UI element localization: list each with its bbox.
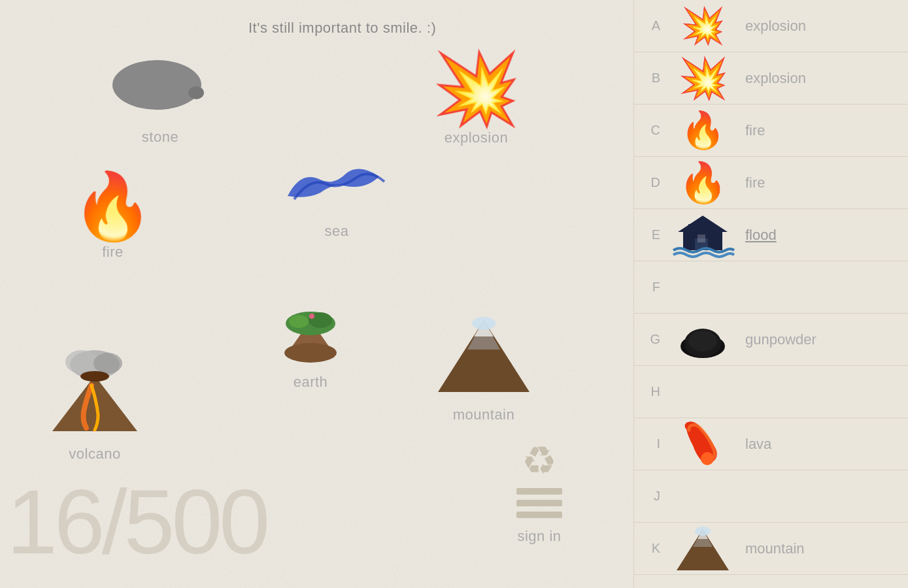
- sidebar-letter-g: G: [641, 332, 660, 347]
- svg-point-3: [284, 343, 337, 363]
- sidebar-letter-k: K: [641, 541, 660, 556]
- sidebar-label-d: fire: [745, 174, 765, 191]
- recycle-icon: ♻: [516, 438, 562, 483]
- hamburger-menu-icon: [516, 483, 562, 523]
- svg-point-14: [93, 353, 122, 374]
- sidebar-row-c[interactable]: C 🔥 fire: [634, 105, 908, 157]
- explosion-item[interactable]: 💥 explosion: [431, 52, 521, 146]
- progress-counter: 16/500: [7, 469, 267, 575]
- svg-point-7: [309, 314, 314, 319]
- stone-item[interactable]: stone: [111, 52, 209, 146]
- sidebar-label-g: gunpowder: [745, 331, 816, 348]
- sidebar-label-k: mountain: [745, 540, 805, 557]
- sidebar-fire-icon-c: 🔥: [667, 109, 739, 152]
- mountain-icon: [431, 314, 536, 401]
- sidebar: A 💥 explosion B 💥 explosion C 🔥 fire D 🔥…: [633, 0, 908, 588]
- svg-point-29: [695, 527, 711, 536]
- sidebar-letter-h: H: [641, 384, 660, 399]
- sidebar-letter-f: F: [641, 280, 660, 295]
- svg-rect-21: [688, 224, 695, 235]
- sidebar-letter-c: C: [641, 123, 660, 138]
- sidebar-letter-j: J: [641, 489, 660, 504]
- sidebar-row-k[interactable]: K mountain: [634, 523, 908, 575]
- svg-point-16: [80, 371, 109, 382]
- stone-icon: [111, 52, 209, 123]
- mountain-item[interactable]: mountain: [431, 314, 536, 423]
- sea-icon: [281, 157, 392, 218]
- sidebar-row-f[interactable]: F: [634, 261, 908, 314]
- svg-point-0: [112, 60, 201, 110]
- sidebar-explosion-icon-b: 💥: [667, 55, 739, 102]
- sidebar-letter-b: B: [641, 71, 660, 86]
- sidebar-lava-icon-i: [667, 419, 739, 468]
- svg-point-5: [289, 315, 309, 328]
- sidebar-row-j[interactable]: J: [634, 470, 908, 523]
- svg-point-24: [688, 331, 717, 351]
- sidebar-letter-a: A: [641, 18, 660, 33]
- sidebar-label-a: explosion: [745, 18, 806, 35]
- volcano-item[interactable]: volcano: [39, 346, 150, 463]
- earth-label: earth: [294, 374, 328, 391]
- explosion-icon: 💥: [431, 52, 521, 124]
- svg-rect-20: [698, 235, 705, 242]
- sidebar-label-i: lava: [745, 436, 771, 453]
- earth-item[interactable]: earth: [271, 294, 350, 391]
- fire-icon: 🔥: [72, 173, 154, 238]
- sidebar-row-d[interactable]: D 🔥 fire: [634, 157, 908, 209]
- sidebar-row-a[interactable]: A 💥 explosion: [634, 0, 908, 52]
- svg-point-11: [472, 317, 496, 330]
- sidebar-explosion-icon-a: 💥: [667, 5, 739, 47]
- sidebar-letter-d: D: [641, 175, 660, 190]
- explosion-label: explosion: [445, 129, 508, 146]
- sidebar-label-c: fire: [745, 122, 765, 139]
- tagline: It's still important to smile. :): [248, 20, 436, 37]
- svg-point-25: [701, 452, 714, 465]
- sidebar-label-e: flood: [745, 227, 777, 244]
- svg-marker-17: [678, 216, 728, 232]
- sidebar-row-b[interactable]: B 💥 explosion: [634, 52, 908, 105]
- earth-icon: [271, 294, 350, 368]
- fire-label: fire: [102, 244, 124, 261]
- sidebar-letter-i: I: [641, 436, 660, 451]
- volcano-icon: [39, 346, 150, 440]
- sidebar-row-g[interactable]: G gunpowder: [634, 314, 908, 366]
- volcano-label: volcano: [69, 446, 120, 463]
- sidebar-letter-e: E: [641, 227, 660, 242]
- sidebar-flood-icon-e: [667, 212, 739, 258]
- main-area: It's still important to smile. :) stone …: [0, 0, 634, 588]
- signin-item[interactable]: ♻ sign in: [516, 438, 562, 545]
- stone-label: stone: [142, 129, 178, 146]
- sidebar-mountain-icon-k: [667, 526, 739, 572]
- signin-label: sign in: [517, 528, 561, 545]
- sidebar-label-b: explosion: [745, 70, 806, 87]
- sidebar-fire-icon-d: 🔥: [667, 159, 739, 206]
- sidebar-row-h[interactable]: H: [634, 366, 908, 418]
- fire-item[interactable]: 🔥 fire: [72, 173, 154, 261]
- sea-label: sea: [325, 223, 349, 240]
- mountain-label: mountain: [453, 406, 515, 423]
- sidebar-row-i[interactable]: I lava: [634, 418, 908, 470]
- svg-point-13: [65, 350, 98, 374]
- svg-point-1: [188, 86, 204, 99]
- sea-item[interactable]: sea: [281, 157, 392, 240]
- sidebar-row-e[interactable]: E flood: [634, 209, 908, 261]
- sidebar-gunpowder-icon-g: [667, 320, 739, 359]
